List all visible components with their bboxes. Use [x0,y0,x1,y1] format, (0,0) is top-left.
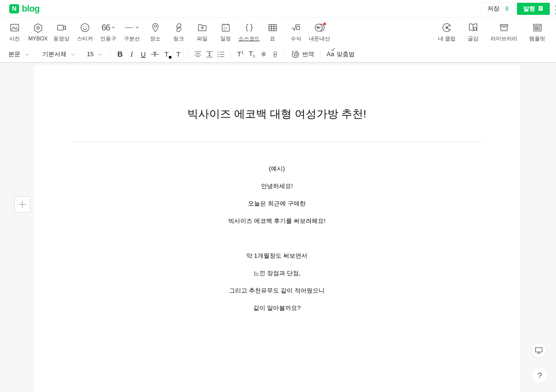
line-height-icon [206,51,213,58]
saved-draft-count[interactable]: 8 [505,5,508,12]
help-button[interactable]: ? [531,367,548,384]
spellcheck-aa-icon: Aa [326,51,334,58]
post-title[interactable]: 빅사이즈 에코백 대형 여성가방 추천! [34,63,520,122]
translate-button[interactable]: 번역 [291,50,314,59]
toolbar-separator [188,50,188,58]
superscript-button[interactable]: T1 [235,48,246,60]
writing-material-button[interactable]: 글감 [462,19,485,45]
link-icon [271,51,279,58]
preview-device-button[interactable] [531,343,546,358]
insert-link-button[interactable]: 링크 [167,19,190,45]
special-character-button[interactable]: ※ [258,48,269,60]
italic-button[interactable]: I [126,48,137,60]
insert-file-button[interactable]: 파일 [190,19,214,45]
library-button[interactable]: 라이브러리 [485,19,523,45]
spellcheck-button[interactable]: Aa 맞춤법 [326,50,355,58]
text-color-button[interactable]: T [161,48,172,60]
insert-schedule-button[interactable]: 일정 [214,19,237,45]
insert-quote-button[interactable]: 66 인용구 [97,19,120,45]
table-icon [267,22,278,33]
insert-sticker-button[interactable]: 스티커 [73,19,97,45]
editor-main-area: 빅사이즈 에코백 대형 여성가방 추천! (예시) 안녕하세요! 오늘은 최근에… [0,63,556,392]
format-toolbar: 본문 기본서체 15 B I U T T T T1 T1 ※ [0,46,556,63]
plus-icon [18,200,27,209]
body-paragraph[interactable]: (예시) [34,164,520,173]
smiley-sticker-icon [80,22,90,33]
toolbar-separator [320,50,321,58]
chevron-down-icon [71,53,75,56]
body-paragraph[interactable]: 안녕하세요! [34,181,520,191]
body-paragraph[interactable]: 약 1개월정도 써보면서 [34,251,520,260]
photo-icon [9,22,20,33]
insert-sourcecode-button[interactable]: 소스코드 [237,19,261,45]
chevron-down-icon [25,53,29,56]
add-block-button[interactable] [14,196,31,213]
insert-photo-button[interactable]: 사진 [3,19,26,45]
more-menu-icon[interactable] [555,5,556,15]
monitor-icon [535,346,543,354]
document-canvas[interactable]: 빅사이즈 에코백 대형 여성가방 추천! (예시) 안녕하세요! 오늘은 최근에… [33,63,520,392]
insert-link-format-button[interactable] [270,48,281,60]
insert-divider-button[interactable]: 구분선 [120,19,144,45]
body-paragraph[interactable]: 느낀 장점과 단점, [34,269,520,278]
insert-formula-button[interactable]: 수식 [284,19,308,45]
line-height-button[interactable] [204,48,215,60]
font-family-dropdown[interactable]: 기본서체 [42,50,75,58]
header-actions: 저장 8 발행 [481,3,550,15]
archive-box-icon [499,22,509,33]
paragraph-style-dropdown[interactable]: 본문 [8,50,29,58]
toolbar-separator [110,50,111,58]
insert-moneyreview-button[interactable]: 내돈내산 [308,19,331,45]
current-color-swatch [169,56,171,59]
subscript-button[interactable]: T1 [247,48,257,60]
title-divider-line [71,141,482,142]
insert-toolbar-right: 내 클립 글감 라이브러리 템플릿 [432,19,556,45]
template-button[interactable]: 템플릿 [523,19,551,45]
publish-button[interactable]: 발행 [517,3,550,15]
text-align-button[interactable] [193,48,203,60]
naver-n-letter: N [12,5,16,12]
quotation-icon: 66 [101,22,115,33]
papago-translate-icon [291,50,300,59]
body-paragraph[interactable]: 오늘은 최근에 구매한 [34,199,520,208]
font-size-dropdown[interactable]: 15 [87,51,102,58]
chevron-down-icon [135,26,139,29]
toolbar-separator [285,50,285,58]
new-badge-dot [323,23,326,25]
strikethrough-button[interactable]: T [150,48,160,60]
text-background-color-button[interactable]: T [173,48,184,60]
underline-button[interactable]: U [138,48,149,60]
body-paragraph[interactable]: 빅사이즈 에코백 후기를 써보려해요! [34,216,520,225]
insert-toolbar-left: 사진 MYBOX 동영상 스티커 66 인용구 [0,19,331,45]
horizontal-line-icon [124,22,139,33]
file-folder-icon [197,22,208,33]
chevron-down-icon [111,26,115,29]
chevron-down-icon [98,53,102,56]
insert-toolbar: 사진 MYBOX 동영상 스티커 66 인용구 [0,18,556,46]
calendar-icon [220,22,231,33]
insert-table-button[interactable]: 표 [261,19,284,45]
naver-n-icon: N [9,4,19,14]
body-paragraph[interactable]: 같이 알아볼까요? [34,303,520,313]
save-button[interactable]: 저장 8 [481,3,514,15]
clip-play-icon [441,22,452,33]
map-pin-icon [150,22,161,33]
template-layout-icon [532,22,543,33]
insert-video-button[interactable]: 동영상 [50,19,73,45]
insert-mybox-button[interactable]: MYBOX [26,19,50,45]
insert-place-button[interactable]: 장소 [144,19,167,45]
my-clip-button[interactable]: 내 클립 [432,19,462,45]
mybox-icon [33,23,43,34]
body-paragraph[interactable] [34,234,520,243]
bullet-list-button[interactable] [216,48,226,60]
strikethrough-line [151,54,159,54]
post-body[interactable]: (예시) 안녕하세요! 오늘은 최근에 구매한 빅사이즈 에코백 후기를 써보려… [34,164,520,313]
publish-document-icon [538,5,544,12]
question-mark: ? [538,371,542,380]
bold-button[interactable]: B [115,48,125,60]
body-paragraph[interactable]: 그리고 추천유무도 같이 적어뒀으니 [34,286,520,295]
curly-braces-icon [244,22,255,33]
naver-blog-logo[interactable]: N blog [9,4,39,14]
editor-header: N blog 저장 8 발행 [0,0,556,18]
save-label: 저장 [487,5,499,13]
